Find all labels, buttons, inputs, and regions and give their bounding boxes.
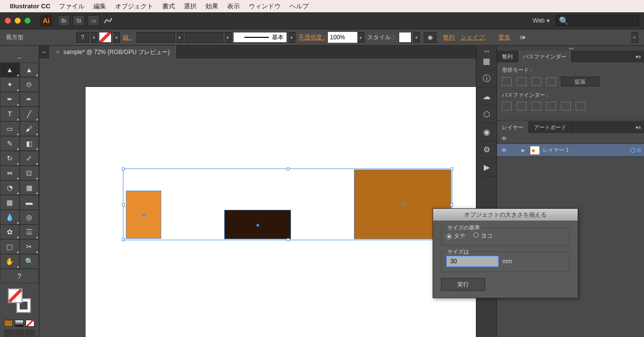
fill-stroke-control[interactable] [5, 287, 34, 314]
draw-inside[interactable] [25, 330, 35, 337]
gradient-tool[interactable]: ▬ [20, 195, 39, 210]
size-input[interactable]: 30 [446, 256, 498, 267]
symbol-sprayer-tool[interactable]: ✿ [0, 225, 20, 239]
mesh-tool[interactable]: ▦ [0, 195, 20, 210]
play-icon[interactable]: ▶ [476, 159, 497, 176]
blend-tool[interactable]: ◎ [20, 210, 39, 225]
resize-dialog[interactable]: オブジェクトの大きさを揃える サイズの基準 タテ ヨコ サイズは 30 mm 実… [433, 208, 578, 298]
outline-button[interactable] [561, 102, 571, 111]
menu-effect[interactable]: 効果 [205, 2, 218, 11]
stroke-dropdown[interactable]: ▾ [113, 32, 120, 43]
curvature-tool[interactable]: ✒ [20, 92, 39, 107]
crop-button[interactable] [546, 102, 556, 111]
panel-grip[interactable]: ◂◂ [497, 46, 644, 51]
menu-type[interactable]: 書式 [162, 2, 175, 11]
stroke-weight[interactable] [137, 32, 175, 43]
color-icon[interactable]: ◉ [476, 123, 497, 141]
none-swatch[interactable] [26, 320, 34, 327]
layer-name[interactable]: レイヤー 1 [543, 146, 569, 154]
trim-button[interactable] [517, 102, 527, 111]
panel-menu-icon[interactable]: ▾≡ [633, 51, 644, 62]
pen-tool[interactable]: ✒ [0, 92, 20, 107]
draw-normal[interactable] [4, 330, 14, 337]
properties-icon[interactable]: ▦ [476, 53, 497, 70]
document-tab[interactable]: × sample* @ 72% (RGB/GPU プレビュー) [49, 46, 177, 58]
fill-color[interactable] [8, 288, 23, 303]
dialog-title[interactable]: オブジェクトの大きさを揃える [433, 209, 578, 221]
brush-def[interactable]: 基本 [233, 32, 287, 43]
target-icon[interactable] [630, 148, 635, 153]
fill-dropdown[interactable]: ▾ [90, 32, 97, 43]
workspace-switcher[interactable]: Web ▾ [533, 17, 550, 24]
selection-tool[interactable]: ▲ [0, 62, 20, 77]
direct-selection-tool[interactable]: ▲ [20, 62, 39, 77]
fill-swatch[interactable]: ? [76, 32, 89, 43]
toolbox-grip[interactable]: •• [0, 56, 39, 60]
variable-width[interactable] [185, 32, 223, 43]
width-tool[interactable]: ⇔ [0, 166, 20, 180]
menu-window[interactable]: ウィンドウ [249, 2, 281, 11]
tab-grip[interactable]: •• [39, 50, 49, 55]
expand-button[interactable]: 拡張 [561, 77, 599, 86]
magic-wand-tool[interactable]: ✦ [0, 77, 20, 92]
stock-button[interactable]: St [73, 15, 85, 26]
expand-layer-icon[interactable]: ▶ [522, 148, 525, 153]
close-button[interactable] [5, 18, 11, 24]
opacity-dropdown[interactable]: ▸ [357, 32, 364, 43]
opacity-input[interactable]: 100% [328, 32, 357, 43]
shaper-tool[interactable]: ✎ [0, 136, 20, 151]
layers-menu-icon[interactable]: ▾≡ [633, 121, 644, 133]
stroke-label[interactable]: 線 : [123, 33, 132, 42]
rotate-tool[interactable]: ↻ [0, 151, 20, 166]
unknown-tool[interactable]: ? [0, 269, 39, 283]
app-name[interactable]: Illustrator CC [10, 2, 50, 10]
gradient-swatch[interactable] [15, 320, 24, 327]
line-tool[interactable]: ╱ [20, 107, 39, 121]
align-label[interactable]: 整列 [443, 33, 455, 42]
close-tab-icon[interactable]: × [56, 49, 59, 56]
minimize-button[interactable] [15, 18, 21, 24]
links-icon[interactable]: ⬡ [476, 106, 497, 123]
cc-libraries-icon[interactable]: ☁ [476, 88, 497, 106]
opacity-label[interactable]: 不透明度 : [298, 33, 325, 42]
minus-back-button[interactable] [576, 102, 585, 111]
tab-artboards[interactable]: アートボード [529, 121, 572, 133]
radio-horizontal[interactable]: ヨコ [473, 232, 493, 240]
intersect-button[interactable] [531, 77, 541, 86]
menu-help[interactable]: ヘルプ [290, 2, 309, 11]
control-menu[interactable]: ≡ [631, 32, 638, 43]
menu-file[interactable]: ファイル [59, 2, 85, 11]
perspective-tool[interactable]: ▦ [20, 180, 39, 195]
zoom-tool[interactable]: 🔍 [20, 254, 39, 269]
layer-row[interactable]: 👁 ▶ レイヤー 1 [497, 144, 644, 157]
draw-behind[interactable] [15, 330, 25, 337]
execute-button[interactable]: 実行 [441, 278, 485, 291]
hand-tool[interactable]: ✋ [0, 254, 20, 269]
paintbrush-tool[interactable]: 🖌 [20, 121, 39, 136]
isolate-button[interactable]: 🕪 [516, 32, 529, 43]
dock-grip[interactable]: ◂◂ [476, 49, 497, 53]
menu-object[interactable]: オブジェクト [115, 2, 153, 11]
arrange-button[interactable]: ▭ [88, 15, 99, 26]
slice-tool[interactable]: ✂ [20, 239, 39, 254]
lasso-tool[interactable]: ⊙ [20, 77, 39, 92]
color-swatch[interactable] [4, 320, 13, 327]
stroke-swatch[interactable] [99, 32, 112, 43]
tab-align[interactable]: 整列 [497, 51, 518, 62]
minus-front-button[interactable] [517, 77, 527, 86]
search-input[interactable]: 🔍 [556, 15, 639, 26]
tab-pathfinder[interactable]: パスファインダー [518, 51, 572, 62]
shape-label[interactable]: シェイプ: [461, 33, 486, 42]
layer-visibility-toggle[interactable]: 👁 [497, 147, 511, 153]
eraser-tool[interactable]: ◧ [20, 136, 39, 151]
menu-select[interactable]: 選択 [184, 2, 197, 11]
shape-builder-tool[interactable]: ◔ [0, 180, 20, 195]
artboard-tool[interactable]: ▢ [0, 239, 20, 254]
tab-layers[interactable]: レイヤー [497, 121, 529, 133]
free-transform-tool[interactable]: ⊡ [20, 166, 39, 180]
rectangle-tool[interactable]: ▭ [0, 121, 20, 136]
merge-button[interactable] [531, 102, 541, 111]
canvas[interactable] [39, 58, 476, 337]
eyedropper-tool[interactable]: 💧 [0, 210, 20, 225]
actions-icon[interactable]: ⚙ [476, 141, 497, 159]
